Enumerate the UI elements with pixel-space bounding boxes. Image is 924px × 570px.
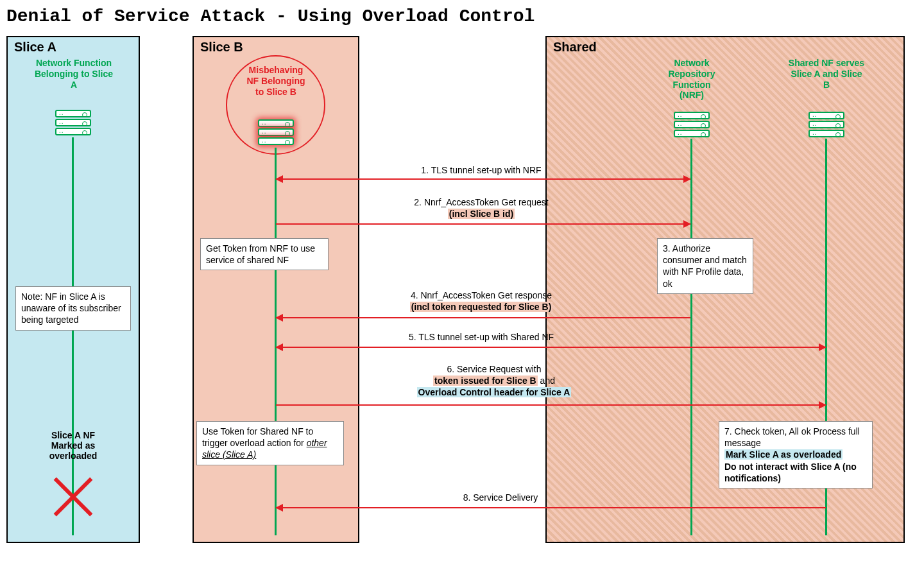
arrow-msg-2	[276, 223, 690, 225]
server-icon-shared-nf	[809, 112, 844, 137]
note-use-token: Use Token for Shared NF to trigger overl…	[196, 421, 344, 465]
msg-8-text: 8. Service Delivery	[404, 492, 597, 503]
note-check-token: 7. Check token, All ok Process full mess…	[719, 421, 873, 488]
nf-label-shared-nf: Shared NF serves Slice A and Slice B	[788, 58, 865, 90]
msg-5-text: 5. TLS tunnel set-up with Shared NF	[366, 331, 597, 343]
nf-label-slice-a: Network Function Belonging to Slice A	[32, 58, 116, 90]
note-use-token-pre: Use Token for Shared NF to trigger overl…	[202, 426, 313, 448]
region-title-slice-b: Slice B	[200, 40, 243, 55]
arrow-msg-1	[276, 178, 690, 180]
cross-icon	[47, 471, 99, 522]
nf-label-misbehaving: Misbehaving NF Belonging to Slice B	[244, 65, 308, 97]
lifeline-nrf	[690, 139, 692, 535]
nf-label-nrf: Network Repository Function (NRF)	[660, 58, 724, 101]
msg-6-hl2: Overload Control header for Slice A	[417, 387, 572, 397]
msg-6-main: 6. Service Request with	[447, 364, 541, 374]
msg-2-highlight: (incl Slice B id)	[448, 209, 515, 219]
server-icon-misbehaving	[258, 119, 294, 145]
lifeline-slice-b	[275, 148, 277, 535]
page-title: Denial of Service Attack - Using Overloa…	[6, 6, 918, 26]
note-slice-a-unaware: Note: NF in Slice A is unaware of its su…	[15, 286, 131, 331]
note-check-l3: Do not interact with Slice A (no notific…	[724, 462, 857, 483]
note-check-l1: 7. Check token, All ok Process full mess…	[724, 426, 860, 448]
arrow-msg-8	[276, 507, 826, 508]
msg-6-hl1: token issued for Slice B	[433, 376, 538, 386]
arrow-msg-4	[276, 317, 690, 318]
region-title-shared: Shared	[553, 40, 597, 55]
msg-4-text: 4. Nnrf_AccessToken Get response (incl t…	[366, 289, 597, 313]
arrow-msg-5	[276, 347, 826, 348]
msg-2-text: 2. Nnrf_AccessToken Get request (incl Sl…	[366, 196, 597, 220]
server-icon-nrf	[674, 112, 710, 137]
msg-4-highlight: (incl token requested for Slice B)	[410, 302, 553, 312]
status-slice-a-overloaded: Slice A NF Marked as overloaded	[35, 430, 112, 461]
msg-6-text: 6. Service Request with token issued for…	[366, 363, 622, 399]
note-check-l2: Mark Slice A as overloaded	[724, 449, 843, 460]
region-title-slice-a: Slice A	[14, 40, 56, 55]
msg-2-main: 2. Nnrf_AccessToken Get request	[414, 197, 548, 207]
arrow-msg-6	[276, 404, 826, 406]
server-icon-slice-a	[55, 110, 91, 135]
note-authorize: 3. Authorize consumer and match with NF …	[657, 238, 753, 294]
msg-6-and: and	[538, 376, 555, 386]
sequence-diagram: Slice A Slice B Shared Network Function …	[6, 36, 918, 549]
msg-4-main: 4. Nnrf_AccessToken Get response	[411, 290, 552, 300]
msg-1-text: 1. TLS tunnel set-up with NRF	[366, 164, 597, 176]
note-get-token: Get Token from NRF to use service of sha…	[200, 238, 329, 270]
